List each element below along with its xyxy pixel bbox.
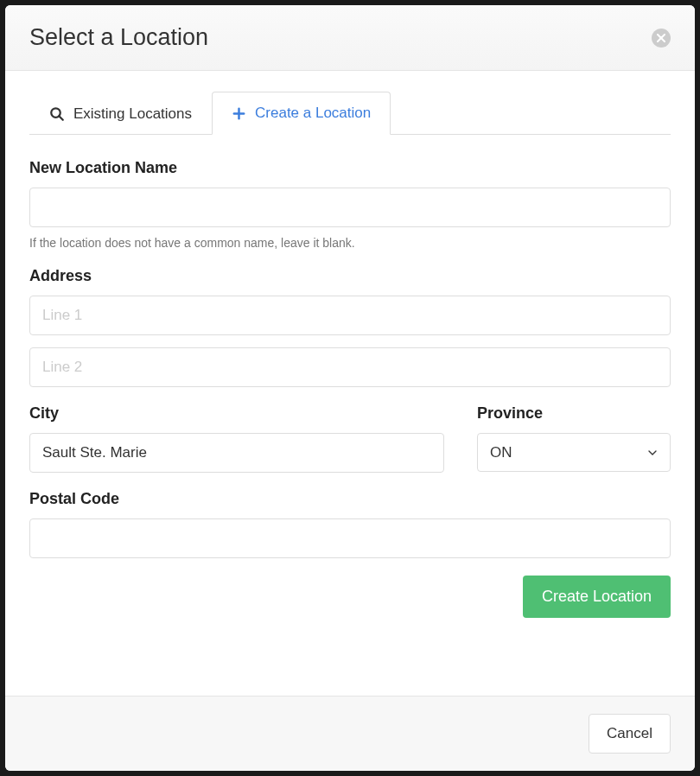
tab-label-create: Create a Location (255, 105, 371, 122)
location-name-input[interactable] (29, 188, 671, 227)
close-button[interactable] (652, 29, 671, 48)
address-line1-input[interactable] (29, 296, 671, 335)
close-icon (657, 32, 665, 44)
form-actions: Create Location (29, 576, 671, 618)
city-province-row: City Province ON (29, 404, 671, 490)
province-label: Province (477, 404, 671, 423)
plus-icon (232, 106, 246, 121)
location-name-group: New Location Name If the location does n… (29, 159, 671, 250)
create-location-form: New Location Name If the location does n… (29, 159, 671, 618)
tabs: Existing Locations Create a Location (29, 92, 671, 135)
address-group: Address (29, 267, 671, 387)
location-name-label: New Location Name (29, 159, 671, 177)
province-select[interactable]: ON (477, 433, 671, 472)
cancel-button[interactable]: Cancel (589, 714, 671, 754)
tab-existing-locations[interactable]: Existing Locations (29, 92, 212, 135)
city-label: City (29, 404, 444, 423)
modal-body: Existing Locations Create a Location New… (5, 71, 695, 696)
modal-title: Select a Location (29, 24, 208, 51)
postal-code-label: Postal Code (29, 490, 671, 508)
province-group: Province ON (477, 404, 671, 473)
modal-footer: Cancel (5, 696, 695, 771)
city-group: City (29, 404, 444, 473)
address-line2-input[interactable] (29, 347, 671, 387)
postal-code-group: Postal Code (29, 490, 671, 558)
modal-header: Select a Location (5, 5, 695, 71)
create-location-button[interactable]: Create Location (523, 576, 671, 618)
select-location-modal: Select a Location Existing Locations Cre… (5, 5, 695, 771)
city-input[interactable] (29, 433, 444, 473)
address-label: Address (29, 267, 671, 285)
tab-create-location[interactable]: Create a Location (212, 92, 391, 135)
search-icon (49, 106, 65, 122)
location-name-help: If the location does not have a common n… (29, 236, 671, 250)
svg-line-1 (59, 116, 63, 120)
postal-code-input[interactable] (29, 518, 671, 558)
tab-label-existing: Existing Locations (73, 105, 192, 123)
